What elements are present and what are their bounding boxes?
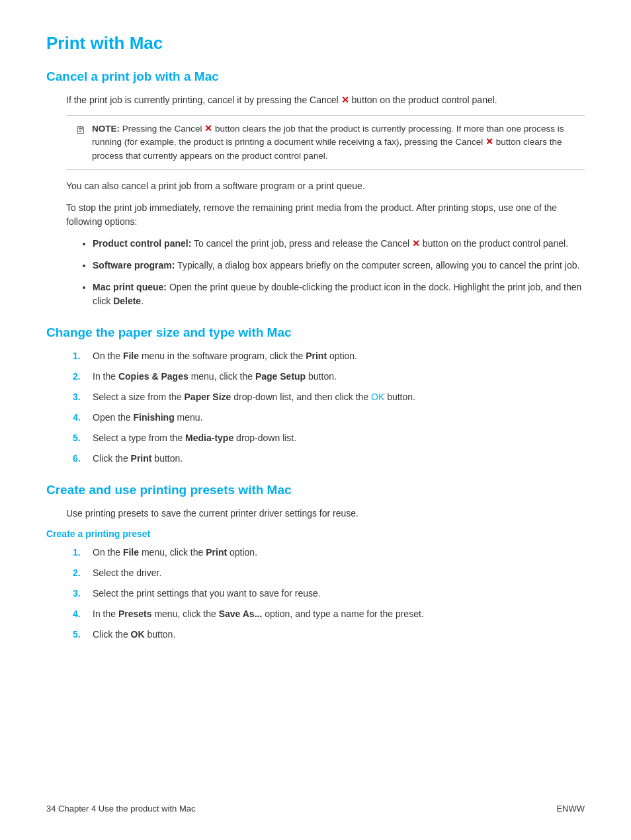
note-content: NOTE: Pressing the Cancel ✕ button clear… [92,122,575,163]
cancel-print-section: Cancel a print job with a Mac If the pri… [46,69,585,308]
printing-presets-heading: Create and use printing presets with Mac [46,483,585,497]
list-item: Select the print settings that you want … [73,587,585,601]
cancel-para2: You can also cancel a print job from a s… [66,179,585,193]
note-icon: 🖹 [75,123,85,138]
printing-presets-section: Create and use printing presets with Mac… [46,483,585,642]
footer-left: 34 Chapter 4 Use the product with Mac [46,804,195,814]
list-item: On the File menu in the software program… [73,349,585,363]
list-item: Open the Finishing menu. [73,411,585,425]
create-preset-steps: On the File menu, click the Print option… [73,546,585,642]
ok-link: OK [371,392,384,402]
list-item: Click the OK button. [73,628,585,642]
footer-right: ENWW [556,804,585,814]
note-box: 🖹 NOTE: Pressing the Cancel ✕ button cle… [66,115,585,170]
step-text: On the File menu in the software program… [93,349,357,363]
step-text: In the Copies & Pages menu, click the Pa… [93,370,337,384]
step-text: Select the driver. [93,566,161,580]
page-title: Print with Mac [46,33,585,54]
delete-label: Delete [113,296,141,306]
step-text: Select a type from the Media-type drop-d… [93,431,296,445]
create-preset-subheading: Create a printing preset [46,528,585,539]
step-text: In the Presets menu, click the Save As..… [93,607,424,621]
note-label: NOTE: [92,124,120,134]
bullet-label-3: Mac print queue: [93,282,167,292]
list-item: In the Copies & Pages menu, click the Pa… [73,370,585,384]
list-item: Product control panel: To cancel the pri… [93,237,585,251]
list-item: Select a type from the Media-type drop-d… [73,431,585,445]
step-text: Click the Print button. [93,452,183,466]
cancel-x-icon3: ✕ [485,137,493,147]
cancel-para1: If the print job is currently printing, … [66,93,585,107]
cancel-para3: To stop the print job immediately, remov… [66,201,585,229]
cancel-print-heading: Cancel a print job with a Mac [46,69,585,84]
cancel-x-icon4: ✕ [412,238,420,249]
cancel-bullet-list: Product control panel: To cancel the pri… [93,237,585,308]
list-item: In the Presets menu, click the Save As..… [73,607,585,621]
paper-size-section: Change the paper size and type with Mac … [46,325,585,466]
paper-size-heading: Change the paper size and type with Mac [46,325,585,340]
step-text: Open the Finishing menu. [93,411,203,425]
page-footer: 34 Chapter 4 Use the product with Mac EN… [46,804,585,814]
presets-intro: Use printing presets to save the current… [66,507,585,521]
step-text: Click the OK button. [93,628,175,642]
list-item: Mac print queue: Open the print queue by… [93,280,585,308]
cancel-x-icon2: ✕ [204,124,212,134]
bullet-label-2: Software program: [93,260,175,271]
list-item: On the File menu, click the Print option… [73,546,585,560]
step-text: On the File menu, click the Print option… [93,546,257,560]
cancel-x-icon1: ✕ [341,95,349,105]
list-item: Click the Print button. [73,452,585,466]
paper-size-steps: On the File menu in the software program… [73,349,585,466]
list-item: Select the driver. [73,566,585,580]
bullet-label-1: Product control panel: [93,238,191,249]
step-text: Select a size from the Paper Size drop-d… [93,390,415,404]
list-item: Software program: Typically, a dialog bo… [93,259,585,273]
list-item: Select a size from the Paper Size drop-d… [73,390,585,404]
step-text: Select the print settings that you want … [93,587,321,601]
